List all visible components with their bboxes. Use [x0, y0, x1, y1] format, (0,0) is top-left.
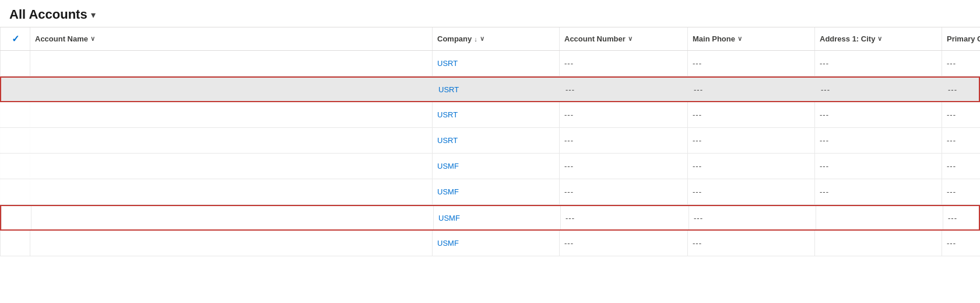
header: All Accounts ▾	[0, 0, 980, 27]
table-row[interactable]: USMF --- --- --- ---	[0, 179, 980, 205]
th-account-number[interactable]: Account Number ∨	[560, 27, 688, 50]
table-body: USRT --- --- --- --- USRT --- --- --- --…	[0, 51, 980, 256]
td-address-city: ---	[815, 102, 942, 127]
th-address-city-chevron-icon: ∨	[877, 35, 882, 43]
td-company[interactable]: USRT	[433, 51, 560, 76]
th-main-phone-chevron-icon: ∨	[737, 35, 742, 43]
td-check	[0, 231, 30, 256]
table-row[interactable]: USRT --- --- --- ---	[0, 102, 980, 128]
td-company[interactable]: USRT	[434, 78, 561, 101]
td-primary-contact: ---	[942, 231, 980, 256]
td-account-name[interactable]	[31, 206, 434, 229]
th-main-phone[interactable]: Main Phone ∨	[688, 27, 815, 50]
td-address-city: ---	[815, 128, 942, 153]
td-main-phone: ---	[688, 154, 815, 179]
td-account-number: ---	[560, 231, 688, 256]
td-company[interactable]: USMF	[433, 154, 560, 179]
th-account-name-label: Account Name	[35, 34, 88, 43]
table-row[interactable]: USMF --- --- ---	[0, 205, 980, 231]
td-company[interactable]: USMF	[433, 179, 560, 204]
title-chevron-icon[interactable]: ▾	[91, 9, 96, 20]
td-check	[1, 206, 31, 229]
td-account-name[interactable]	[31, 78, 434, 101]
td-account-name[interactable]	[30, 231, 433, 256]
td-account-number: ---	[560, 128, 688, 153]
th-account-number-label: Account Number	[564, 34, 626, 43]
td-company[interactable]: USRT	[433, 128, 560, 153]
td-account-name[interactable]	[30, 102, 433, 127]
accounts-table: ✓ Account Name ∨ Company ↓ ∨ Account Num…	[0, 27, 980, 256]
td-account-name[interactable]	[30, 128, 433, 153]
td-account-number: ---	[560, 102, 688, 127]
table-row[interactable]: USRT --- --- --- ---	[0, 128, 980, 154]
td-primary-contact: ---	[943, 206, 980, 229]
th-main-phone-label: Main Phone	[693, 34, 735, 43]
table-row[interactable]: USRT --- --- --- ---	[0, 76, 980, 102]
th-primary-contact-label: Primary Contact	[947, 34, 980, 43]
td-primary-contact: ---	[942, 128, 980, 153]
td-main-phone: ---	[688, 128, 815, 153]
td-account-number: ---	[561, 78, 689, 101]
td-address-city: ---	[815, 179, 942, 204]
th-check[interactable]: ✓	[0, 27, 30, 50]
td-company[interactable]: USRT	[433, 102, 560, 127]
td-address-city	[815, 231, 942, 256]
th-account-name[interactable]: Account Name ∨	[30, 27, 433, 50]
check-icon: ✓	[12, 33, 19, 44]
td-primary-contact: ---	[943, 78, 980, 101]
td-address-city: ---	[815, 154, 942, 179]
td-primary-contact: ---	[942, 154, 980, 179]
td-address-city: ---	[816, 78, 943, 101]
td-company[interactable]: USMF	[433, 231, 560, 256]
th-account-number-chevron-icon: ∨	[628, 35, 633, 43]
th-address-city-label: Address 1: City	[820, 34, 875, 43]
th-account-name-chevron-icon: ∨	[90, 35, 95, 43]
td-check	[0, 51, 30, 76]
th-address-city[interactable]: Address 1: City ∨	[815, 27, 942, 50]
page-title: All Accounts	[9, 7, 87, 22]
td-check	[0, 102, 30, 127]
td-main-phone: ---	[688, 51, 815, 76]
td-account-number: ---	[561, 206, 689, 229]
td-main-phone: ---	[688, 102, 815, 127]
td-company[interactable]: USMF	[434, 206, 561, 229]
th-primary-contact[interactable]: Primary Contact ∨	[942, 27, 980, 50]
td-account-name[interactable]	[30, 51, 433, 76]
td-main-phone: ---	[688, 179, 815, 204]
table-row[interactable]: USMF --- --- --- ---	[0, 154, 980, 179]
td-account-number: ---	[560, 179, 688, 204]
td-primary-contact: ---	[942, 102, 980, 127]
table-row[interactable]: USRT --- --- --- ---	[0, 51, 980, 76]
th-company-chevron-icon: ∨	[480, 35, 484, 43]
th-company-sort-icon: ↓	[474, 36, 477, 43]
td-address-city	[816, 206, 943, 229]
page-wrapper: All Accounts ▾ ✓ Account Name ∨ Company …	[0, 0, 980, 303]
td-check	[0, 128, 30, 153]
th-company-label: Company	[437, 34, 472, 43]
table-header-row: ✓ Account Name ∨ Company ↓ ∨ Account Num…	[0, 27, 980, 51]
td-address-city: ---	[815, 51, 942, 76]
td-primary-contact: ---	[942, 179, 980, 204]
td-check	[1, 78, 31, 101]
td-primary-contact: ---	[942, 51, 980, 76]
td-main-phone: ---	[689, 206, 816, 229]
table-row[interactable]: USMF --- --- ---	[0, 231, 980, 256]
td-check	[0, 179, 30, 204]
td-account-number: ---	[560, 154, 688, 179]
td-main-phone: ---	[689, 78, 816, 101]
td-check	[0, 154, 30, 179]
td-account-name[interactable]	[30, 154, 433, 179]
td-account-name[interactable]	[30, 179, 433, 204]
th-company[interactable]: Company ↓ ∨	[433, 27, 560, 50]
td-main-phone: ---	[688, 231, 815, 256]
td-account-number: ---	[560, 51, 688, 76]
